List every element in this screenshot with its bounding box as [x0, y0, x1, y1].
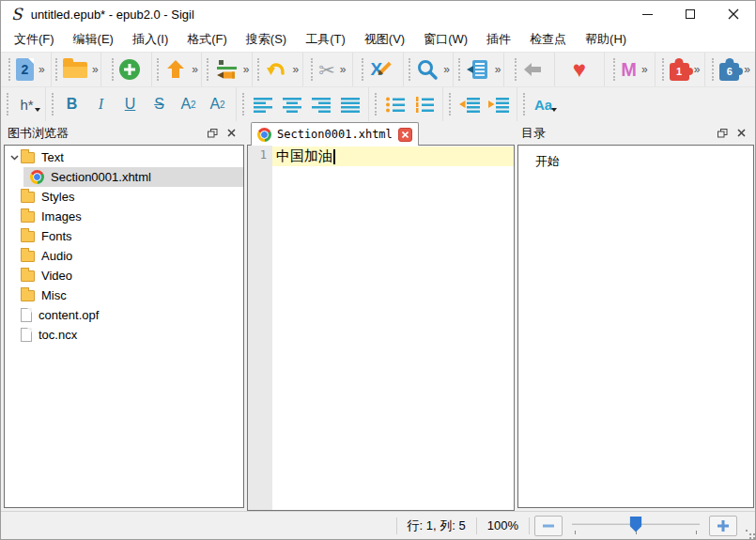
bold-button[interactable]: B	[57, 92, 86, 117]
save-button[interactable]	[162, 56, 189, 83]
spellcheck-button[interactable]: X	[367, 56, 395, 83]
heading-dropdown-button[interactable]: h*	[12, 92, 41, 117]
toolbar-drag-handle[interactable]	[515, 58, 517, 81]
italic-button[interactable]: I	[86, 92, 116, 117]
donate-button[interactable]: ♥	[571, 56, 588, 83]
tree-item-text[interactable]: Text	[5, 147, 243, 167]
undo-button[interactable]	[263, 57, 289, 82]
plugin-m-button[interactable]: M	[619, 58, 639, 81]
add-existing-button[interactable]	[117, 57, 142, 82]
zoom-in-button[interactable]	[709, 516, 737, 536]
toolbar-drag-handle[interactable]	[242, 93, 244, 116]
toolbar-drag-handle[interactable]	[449, 93, 451, 116]
underline-button[interactable]: U	[116, 92, 145, 117]
overflow-chevron[interactable]: »	[744, 63, 750, 76]
new-epub2-button[interactable]: 2	[14, 56, 36, 83]
align-left-button[interactable]	[248, 92, 277, 117]
overflow-chevron[interactable]: »	[694, 63, 701, 76]
find-button[interactable]	[414, 56, 440, 83]
overflow-chevron[interactable]: »	[443, 63, 450, 76]
tree-item-misc[interactable]: Misc	[5, 285, 243, 305]
toolbar-drag-handle[interactable]	[207, 58, 208, 81]
back-button[interactable]	[520, 58, 545, 81]
close-dock-button[interactable]	[222, 125, 240, 142]
mend-button[interactable]	[212, 56, 240, 83]
menu-item-insert[interactable]: 插入(I)	[123, 28, 177, 51]
toolbar-drag-handle[interactable]	[375, 93, 377, 116]
toolbar-drag-handle[interactable]	[409, 58, 410, 81]
menu-item-view[interactable]: 视图(V)	[355, 28, 414, 51]
toolbar-drag-handle[interactable]	[55, 58, 57, 81]
toolbar-drag-handle[interactable]	[662, 58, 664, 81]
menu-item-edit[interactable]: 编辑(E)	[64, 28, 123, 51]
numbered-list-button[interactable]	[409, 92, 439, 117]
toolbar-drag-handle[interactable]	[458, 58, 460, 81]
toc-entry-start[interactable]: 开始	[535, 153, 753, 170]
toolbar-drag-handle[interactable]	[157, 58, 159, 81]
menu-item-help[interactable]: 帮助(H)	[576, 28, 636, 51]
strikethrough-button[interactable]: S	[145, 92, 174, 117]
tab-section0001[interactable]: Section0001.xhtml	[251, 122, 419, 146]
menu-item-format[interactable]: 格式(F)	[177, 28, 237, 51]
change-case-button[interactable]: Aa	[529, 92, 558, 117]
tree-item-audio[interactable]: Audio	[5, 246, 243, 266]
toolbar-drag-handle[interactable]	[613, 58, 615, 81]
menu-item-tools[interactable]: 工具(T)	[296, 28, 355, 51]
plugin-6-button[interactable]: 6	[717, 57, 741, 83]
close-dock-button[interactable]	[732, 125, 750, 142]
overflow-chevron[interactable]: »	[292, 63, 299, 76]
tab-close-button[interactable]	[398, 128, 412, 142]
toolbar-drag-handle[interactable]	[8, 58, 10, 81]
float-dock-button[interactable]	[713, 125, 732, 142]
overflow-chevron[interactable]: »	[39, 63, 45, 76]
expand-chevron-icon[interactable]	[8, 155, 21, 161]
menu-item-file[interactable]: 文件(F)	[5, 28, 64, 51]
align-center-button[interactable]	[277, 92, 306, 117]
toolbar-drag-handle[interactable]	[112, 58, 114, 81]
tree-item-images[interactable]: Images	[5, 207, 243, 226]
menu-item-plugins[interactable]: 插件	[477, 28, 520, 51]
align-right-button[interactable]	[306, 92, 335, 117]
plugin-1-button[interactable]: 1	[668, 57, 691, 83]
zoom-out-button[interactable]	[534, 516, 563, 536]
resize-grip-icon[interactable]	[746, 530, 748, 532]
open-button[interactable]	[61, 60, 89, 80]
zoom-slider[interactable]	[569, 514, 702, 538]
toolbar-drag-handle[interactable]	[7, 93, 8, 116]
menu-item-checkpoints[interactable]: 检查点	[520, 28, 576, 51]
toolbar-drag-handle[interactable]	[311, 58, 313, 81]
overflow-chevron[interactable]: »	[243, 63, 250, 76]
float-dock-button[interactable]	[203, 125, 222, 142]
tree-item-section0001[interactable]: Section0001.xhtml	[5, 167, 243, 187]
tree-item-styles[interactable]: Styles	[5, 187, 243, 207]
maximize-button[interactable]	[669, 1, 712, 27]
menu-item-search[interactable]: 搜索(S)	[237, 28, 296, 51]
overflow-chevron[interactable]: »	[192, 63, 198, 76]
align-justify-button[interactable]	[335, 92, 364, 117]
toolbar-drag-handle[interactable]	[362, 58, 363, 81]
toolbar-drag-handle[interactable]	[712, 58, 714, 81]
superscript-button[interactable]: A2	[203, 92, 232, 117]
indent-button[interactable]	[484, 92, 513, 117]
overflow-chevron[interactable]: »	[641, 63, 648, 76]
close-button[interactable]	[712, 1, 755, 27]
tree-item-video[interactable]: Video	[5, 266, 243, 285]
overflow-chevron[interactable]: »	[340, 63, 347, 76]
tree-item-toc-ncx[interactable]: toc.ncx	[5, 325, 243, 345]
overflow-chevron[interactable]: »	[92, 63, 99, 76]
tree-item-content-opf[interactable]: content.opf	[5, 305, 243, 325]
menu-item-window[interactable]: 窗口(W)	[414, 28, 477, 51]
slider-thumb[interactable]	[630, 517, 642, 532]
overflow-chevron[interactable]: »	[495, 63, 501, 76]
tree-item-fonts[interactable]: Fonts	[5, 226, 243, 246]
toolbar-drag-handle[interactable]	[257, 58, 259, 81]
subscript-button[interactable]: A2	[174, 92, 203, 117]
toolbar-drag-handle[interactable]	[523, 93, 525, 116]
clips-button[interactable]	[464, 56, 492, 83]
bullet-list-button[interactable]	[380, 92, 409, 117]
minimize-button[interactable]	[625, 1, 669, 27]
cut-button[interactable]: ✂	[316, 58, 337, 82]
outdent-button[interactable]	[455, 92, 484, 117]
toolbar-drag-handle[interactable]	[52, 93, 54, 116]
code-area[interactable]: 中国加油	[272, 146, 514, 510]
